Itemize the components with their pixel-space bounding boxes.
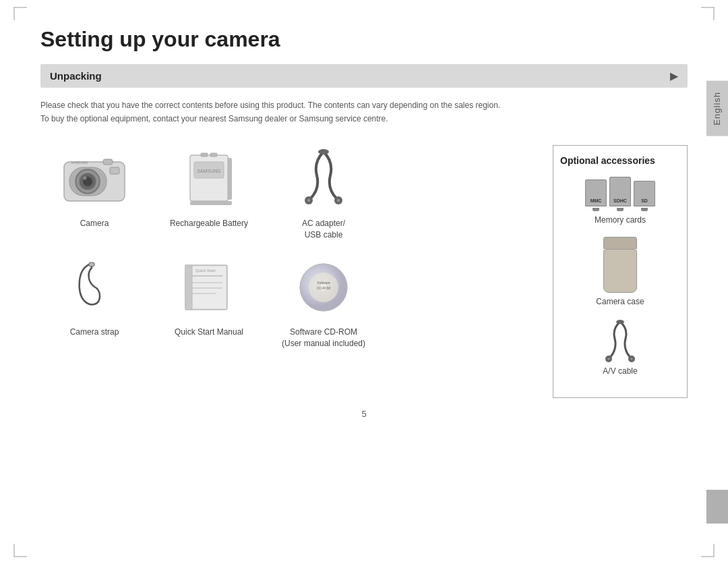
av-cable-image [600,318,640,362]
optional-title: Optional accessories [560,155,680,166]
cdrom-label: Software CD-ROM(User manual included) [282,327,365,349]
svg-point-5 [84,176,87,179]
footer-bar [706,490,728,524]
description-text: Please check that you have the correct c… [40,98,688,126]
camera-image: SAMSUNG [54,145,135,213]
ac-adapter-image [283,145,364,213]
corner-mark-bl [13,544,27,557]
mmc-card: MMC [585,179,607,211]
svg-text:Quick Start: Quick Start [195,269,216,273]
mmc-notch [593,208,599,211]
corner-mark-tr [701,7,715,20]
sdhc-label: SDHC [613,198,627,203]
camera-case-body [603,249,637,293]
camera-label: Camera [80,218,109,229]
svg-rect-30 [185,265,192,310]
svg-rect-25 [187,266,226,308]
memory-cards-row: MMC SDHC SD [585,177,655,211]
item-battery: SAMSUNG Rechargeable Battery [155,145,263,241]
sd-label: SD [641,198,648,203]
strap-label: Camera strap [70,327,119,338]
item-cdrom: Software CD-ROM Software CD-ROM(User man… [270,254,377,349]
svg-point-17 [318,149,329,154]
optional-memory-cards: MMC SDHC SD [560,177,680,225]
svg-point-42 [631,358,633,360]
camera-case-flap [603,237,637,249]
language-label: English [712,92,722,125]
battery-image: SAMSUNG [169,145,249,213]
sd-notch [641,208,648,211]
page-title: Setting up your camera [40,27,688,52]
item-ac-adapter: AC adapter/USB cable [270,145,377,241]
section-header-title: Unpacking [50,70,102,82]
optional-av-cable: A/V cable [560,318,680,376]
svg-point-20 [307,199,310,202]
sdhc-notch [617,208,624,211]
camera-case-label: Camera case [596,297,644,306]
sdhc-card: SDHC [609,177,631,211]
battery-label: Rechargeable Battery [170,218,248,229]
svg-rect-16 [190,201,232,205]
mmc-label: MMC [590,198,602,203]
svg-rect-14 [210,153,217,157]
manual-image: Quick Start [169,254,249,321]
svg-point-23 [90,263,94,266]
svg-text:CD-ROM: CD-ROM [317,286,331,290]
svg-point-21 [337,199,340,202]
page-container: Setting up your camera Unpacking ▶ Pleas… [40,0,688,446]
corner-mark-tl [13,7,27,20]
svg-rect-13 [201,153,208,157]
svg-point-38 [616,320,624,324]
ac-adapter-label: AC adapter/USB cable [302,218,345,241]
strap-image [54,254,135,321]
items-grid: SAMSUNG Camera SAMSUNG [40,145,539,398]
svg-rect-7 [110,167,119,174]
svg-rect-15 [228,158,232,200]
av-cable-label: A/V cable [603,366,637,376]
items-row-1: SAMSUNG Camera SAMSUNG [40,145,539,241]
camera-case-image [603,237,637,293]
svg-rect-8 [103,159,113,165]
svg-text:Software: Software [317,281,330,285]
section-header-arrow: ▶ [670,69,678,82]
language-tab: English [706,81,728,136]
page-number: 5 [40,409,688,419]
corner-mark-br [701,544,715,557]
svg-text:SAMSUNG: SAMSUNG [71,161,88,165]
manual-label: Quick Start Manual [175,327,243,338]
main-content: SAMSUNG Camera SAMSUNG [40,145,688,398]
optional-camera-case: Camera case [560,237,680,306]
optional-accessories-box: Optional accessories MMC SDHC [553,145,688,398]
cdrom-image: Software CD-ROM [283,254,364,321]
svg-point-41 [608,358,610,360]
section-header: Unpacking ▶ [40,64,688,88]
items-row-2: Camera strap [40,254,539,349]
item-strap: Camera strap [40,254,148,349]
sd-card: SD [634,181,655,211]
item-camera: SAMSUNG Camera [40,145,148,241]
item-manual: Quick Start Quick Start Manual [155,254,263,349]
memory-cards-label: Memory cards [595,215,646,225]
svg-text:SAMSUNG: SAMSUNG [197,169,220,173]
